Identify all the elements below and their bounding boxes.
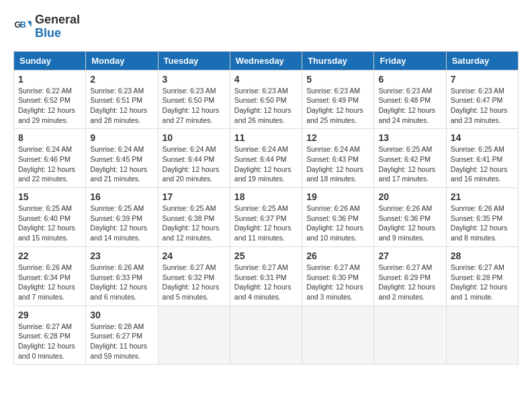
- day-info: Sunrise: 6:26 AM Sunset: 6:34 PM Dayligh…: [18, 263, 81, 302]
- day-info: Sunrise: 6:23 AM Sunset: 6:49 PM Dayligh…: [306, 86, 369, 126]
- day-number: 24: [163, 250, 226, 261]
- day-number: 25: [234, 250, 298, 261]
- weekday-header: Monday: [86, 51, 158, 70]
- day-info: Sunrise: 6:27 AM Sunset: 6:29 PM Dayligh…: [378, 263, 441, 302]
- calendar-cell: 9Sunrise: 6:24 AM Sunset: 6:45 PM Daylig…: [86, 129, 158, 188]
- day-number: 13: [378, 132, 441, 143]
- calendar-week-row: 22Sunrise: 6:26 AM Sunset: 6:34 PM Dayli…: [14, 246, 519, 306]
- day-info: Sunrise: 6:27 AM Sunset: 6:31 PM Dayligh…: [234, 263, 298, 302]
- calendar-cell: 15Sunrise: 6:25 AM Sunset: 6:40 PM Dayli…: [14, 188, 86, 247]
- calendar-cell: 11Sunrise: 6:24 AM Sunset: 6:44 PM Dayli…: [230, 129, 302, 188]
- day-info: Sunrise: 6:23 AM Sunset: 6:51 PM Dayligh…: [90, 86, 153, 126]
- day-number: 4: [234, 74, 298, 85]
- calendar-cell: 20Sunrise: 6:26 AM Sunset: 6:36 PM Dayli…: [374, 188, 446, 247]
- calendar-cell: 18Sunrise: 6:25 AM Sunset: 6:37 PM Dayli…: [230, 188, 302, 247]
- day-number: 21: [451, 191, 514, 202]
- day-info: Sunrise: 6:24 AM Sunset: 6:46 PM Dayligh…: [18, 144, 81, 184]
- day-info: Sunrise: 6:24 AM Sunset: 6:44 PM Dayligh…: [234, 144, 298, 184]
- calendar-week-row: 1Sunrise: 6:22 AM Sunset: 6:52 PM Daylig…: [14, 70, 519, 129]
- weekday-header: Friday: [374, 51, 446, 70]
- day-info: Sunrise: 6:27 AM Sunset: 6:32 PM Dayligh…: [163, 263, 226, 302]
- calendar-cell: [230, 306, 302, 365]
- day-info: Sunrise: 6:25 AM Sunset: 6:38 PM Dayligh…: [163, 203, 226, 243]
- calendar-cell: 30Sunrise: 6:28 AM Sunset: 6:27 PM Dayli…: [86, 306, 158, 365]
- calendar-cell: 28Sunrise: 6:27 AM Sunset: 6:28 PM Dayli…: [446, 246, 518, 306]
- day-info: Sunrise: 6:27 AM Sunset: 6:30 PM Dayligh…: [306, 263, 369, 302]
- day-number: 30: [90, 310, 153, 320]
- calendar-cell: 19Sunrise: 6:26 AM Sunset: 6:36 PM Dayli…: [302, 188, 374, 247]
- calendar-week-row: 29Sunrise: 6:27 AM Sunset: 6:28 PM Dayli…: [14, 306, 519, 365]
- calendar-cell: 12Sunrise: 6:24 AM Sunset: 6:43 PM Dayli…: [302, 129, 374, 188]
- calendar-cell: [374, 306, 446, 365]
- calendar-cell: 3Sunrise: 6:23 AM Sunset: 6:50 PM Daylig…: [158, 70, 230, 129]
- logo-icon: G B: [13, 17, 32, 36]
- calendar-cell: 5Sunrise: 6:23 AM Sunset: 6:49 PM Daylig…: [302, 70, 374, 129]
- svg-marker-2: [28, 21, 32, 26]
- day-number: 6: [378, 74, 441, 85]
- calendar-cell: [302, 306, 374, 365]
- calendar-cell: 1Sunrise: 6:22 AM Sunset: 6:52 PM Daylig…: [14, 70, 86, 129]
- day-number: 16: [90, 191, 153, 202]
- logo: G B GeneralBlue: [13, 13, 80, 40]
- day-number: 26: [306, 250, 369, 261]
- weekday-header: Thursday: [302, 51, 374, 70]
- day-number: 18: [234, 191, 298, 202]
- calendar-cell: 17Sunrise: 6:25 AM Sunset: 6:38 PM Dayli…: [158, 188, 230, 247]
- day-number: 12: [306, 132, 369, 143]
- day-number: 22: [18, 250, 81, 261]
- day-info: Sunrise: 6:23 AM Sunset: 6:47 PM Dayligh…: [451, 86, 514, 126]
- calendar-cell: 27Sunrise: 6:27 AM Sunset: 6:29 PM Dayli…: [374, 246, 446, 306]
- calendar-cell: 29Sunrise: 6:27 AM Sunset: 6:28 PM Dayli…: [14, 306, 86, 365]
- day-number: 28: [451, 250, 514, 261]
- calendar-header: SundayMondayTuesdayWednesdayThursdayFrid…: [14, 51, 519, 70]
- weekday-header: Sunday: [14, 51, 86, 70]
- day-info: Sunrise: 6:24 AM Sunset: 6:45 PM Dayligh…: [90, 144, 153, 184]
- calendar-cell: 4Sunrise: 6:23 AM Sunset: 6:50 PM Daylig…: [230, 70, 302, 129]
- day-info: Sunrise: 6:25 AM Sunset: 6:42 PM Dayligh…: [378, 144, 441, 184]
- calendar-table: SundayMondayTuesdayWednesdayThursdayFrid…: [13, 51, 519, 365]
- day-info: Sunrise: 6:26 AM Sunset: 6:33 PM Dayligh…: [90, 263, 153, 302]
- day-number: 19: [306, 191, 369, 202]
- day-number: 17: [163, 191, 226, 202]
- day-number: 14: [451, 132, 514, 143]
- calendar-cell: 2Sunrise: 6:23 AM Sunset: 6:51 PM Daylig…: [86, 70, 158, 129]
- day-info: Sunrise: 6:28 AM Sunset: 6:27 PM Dayligh…: [90, 322, 153, 361]
- calendar-cell: 16Sunrise: 6:25 AM Sunset: 6:39 PM Dayli…: [86, 188, 158, 247]
- day-number: 10: [163, 132, 226, 143]
- calendar-week-row: 8Sunrise: 6:24 AM Sunset: 6:46 PM Daylig…: [14, 129, 519, 188]
- day-number: 29: [18, 310, 81, 320]
- day-info: Sunrise: 6:24 AM Sunset: 6:43 PM Dayligh…: [306, 144, 369, 184]
- day-number: 23: [90, 250, 153, 261]
- calendar-cell: 25Sunrise: 6:27 AM Sunset: 6:31 PM Dayli…: [230, 246, 302, 306]
- calendar-cell: 23Sunrise: 6:26 AM Sunset: 6:33 PM Dayli…: [86, 246, 158, 306]
- calendar-cell: 8Sunrise: 6:24 AM Sunset: 6:46 PM Daylig…: [14, 129, 86, 188]
- weekday-row: SundayMondayTuesdayWednesdayThursdayFrid…: [14, 51, 519, 70]
- day-info: Sunrise: 6:27 AM Sunset: 6:28 PM Dayligh…: [18, 322, 81, 361]
- logo-text: GeneralBlue: [35, 13, 80, 40]
- day-info: Sunrise: 6:27 AM Sunset: 6:28 PM Dayligh…: [451, 263, 514, 302]
- page-header: G B GeneralBlue: [13, 13, 519, 40]
- calendar-cell: [446, 306, 518, 365]
- day-info: Sunrise: 6:26 AM Sunset: 6:36 PM Dayligh…: [306, 203, 369, 243]
- weekday-header: Wednesday: [230, 51, 302, 70]
- day-info: Sunrise: 6:26 AM Sunset: 6:36 PM Dayligh…: [378, 203, 441, 243]
- calendar-cell: 24Sunrise: 6:27 AM Sunset: 6:32 PM Dayli…: [158, 246, 230, 306]
- calendar-body: 1Sunrise: 6:22 AM Sunset: 6:52 PM Daylig…: [14, 70, 519, 365]
- day-info: Sunrise: 6:25 AM Sunset: 6:39 PM Dayligh…: [90, 203, 153, 243]
- day-info: Sunrise: 6:25 AM Sunset: 6:37 PM Dayligh…: [234, 203, 298, 243]
- day-number: 15: [18, 191, 81, 202]
- calendar-cell: 13Sunrise: 6:25 AM Sunset: 6:42 PM Dayli…: [374, 129, 446, 188]
- weekday-header: Tuesday: [158, 51, 230, 70]
- calendar-cell: [158, 306, 230, 365]
- day-info: Sunrise: 6:24 AM Sunset: 6:44 PM Dayligh…: [163, 144, 226, 184]
- calendar-cell: 14Sunrise: 6:25 AM Sunset: 6:41 PM Dayli…: [446, 129, 518, 188]
- day-info: Sunrise: 6:23 AM Sunset: 6:50 PM Dayligh…: [234, 86, 298, 126]
- day-number: 3: [163, 74, 226, 85]
- day-info: Sunrise: 6:22 AM Sunset: 6:52 PM Dayligh…: [18, 86, 81, 126]
- day-number: 5: [306, 74, 369, 85]
- day-info: Sunrise: 6:25 AM Sunset: 6:40 PM Dayligh…: [18, 203, 81, 243]
- svg-text:B: B: [20, 20, 26, 30]
- day-number: 11: [234, 132, 298, 143]
- calendar-week-row: 15Sunrise: 6:25 AM Sunset: 6:40 PM Dayli…: [14, 188, 519, 247]
- day-number: 9: [90, 132, 153, 143]
